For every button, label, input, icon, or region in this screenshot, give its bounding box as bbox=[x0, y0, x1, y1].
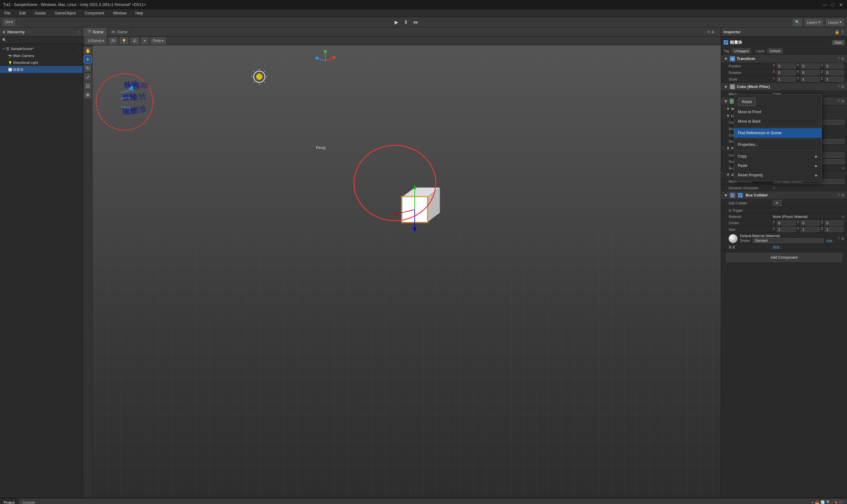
inspector-lock[interactable]: 🔒 bbox=[835, 30, 840, 34]
2d-toggle[interactable]: 2D bbox=[108, 37, 118, 45]
context-move-to-back[interactable]: Move to Back bbox=[734, 116, 822, 126]
rotate-tool-btn[interactable]: ↻ bbox=[84, 64, 92, 72]
center-x-input[interactable] bbox=[777, 220, 796, 226]
dynamic-occlusion-check[interactable]: ✓ bbox=[773, 186, 776, 190]
box-collider-active[interactable] bbox=[738, 193, 743, 197]
pause-button[interactable]: ⏸ bbox=[402, 19, 410, 25]
reset-button[interactable]: Reset bbox=[738, 98, 756, 106]
size-y-input[interactable] bbox=[801, 227, 819, 232]
hierarchy-options[interactable]: ⋮ bbox=[77, 30, 80, 34]
scene-options[interactable]: ⋮ bbox=[77, 47, 80, 51]
context-find-references[interactable]: Find References In Scene bbox=[734, 128, 822, 138]
scene-content[interactable]: ✋ ✛ ↻ ⤢ ⊡ ⊕ bbox=[83, 45, 721, 498]
mesh-filter-help[interactable]: ? bbox=[837, 85, 840, 89]
transform-tool-btn[interactable]: ⊕ bbox=[84, 91, 92, 99]
box-collider-help[interactable]: ? bbox=[837, 193, 840, 197]
pos-x-input[interactable] bbox=[777, 64, 796, 69]
menu-help[interactable]: Help bbox=[133, 11, 145, 16]
layer-dropdown[interactable]: Default bbox=[767, 49, 783, 53]
edit-collider-btn[interactable]: ✏ bbox=[773, 200, 781, 206]
hierarchy-item-samplescene[interactable]: ▼ 🎬 SampleScene* ⋮ bbox=[0, 45, 83, 52]
scene-settings-icon[interactable]: ⚙ bbox=[707, 30, 710, 34]
rot-y-input[interactable] bbox=[801, 70, 819, 75]
scene-menu-icon[interactable]: ⋮ bbox=[715, 30, 718, 34]
menu-file[interactable]: File bbox=[2, 11, 12, 16]
add-asset-btn[interactable]: + bbox=[812, 501, 814, 504]
shader-edit-btn[interactable]: Edit... bbox=[826, 239, 835, 243]
maximize-btn[interactable]: □ bbox=[830, 2, 836, 7]
hand-tool-btn[interactable]: ✋ bbox=[84, 47, 92, 55]
tab-game[interactable]: 🎮 Game bbox=[107, 28, 131, 36]
scale-tool-btn[interactable]: ⤢ bbox=[84, 73, 92, 81]
scale-y-input[interactable] bbox=[801, 77, 819, 82]
transform-help-icon[interactable]: ? bbox=[837, 57, 840, 61]
layers-dropdown[interactable]: Layers ▾ bbox=[804, 18, 824, 26]
material-circle-icon[interactable]: ◎ bbox=[842, 215, 845, 218]
scale-z-input[interactable] bbox=[825, 77, 844, 82]
center-z-input[interactable] bbox=[825, 220, 844, 226]
move-tool-btn[interactable]: ✛ bbox=[84, 55, 92, 64]
fx-toggle[interactable]: ✦ bbox=[141, 37, 149, 45]
hierarchy-item-nengliangkuai[interactable]: ⬜ 能量块 bbox=[0, 66, 83, 73]
context-properties[interactable]: Properties... bbox=[734, 140, 822, 149]
refresh-btn[interactable]: 🔄 bbox=[820, 500, 825, 504]
shader-dropdown[interactable]: Standard bbox=[753, 238, 824, 243]
inspector-menu[interactable]: ⋮ bbox=[841, 30, 845, 34]
pos-z-input[interactable] bbox=[825, 64, 844, 69]
scene-maximize-icon[interactable]: ⊠ bbox=[711, 30, 714, 34]
play-button[interactable]: ▶ bbox=[393, 19, 400, 25]
anchor-circle-icon[interactable]: ◎ bbox=[842, 166, 845, 170]
menu-edit[interactable]: Edit bbox=[17, 11, 28, 16]
menu-window[interactable]: Window bbox=[111, 11, 128, 16]
tab-console[interactable]: Console bbox=[19, 498, 39, 504]
mesh-filter-header[interactable]: ▼ ⬡ Cube (Mesh Filter) ? ⚙ bbox=[721, 83, 847, 91]
close-btn[interactable]: ✕ bbox=[838, 2, 844, 7]
add-hierarchy-btn[interactable]: + bbox=[2, 29, 5, 35]
tab-scene[interactable]: 🎬 Scene bbox=[83, 28, 107, 36]
box-collider-header[interactable]: ▼ ⬡ Box Collider ? ⚙ bbox=[721, 191, 847, 199]
add-label[interactable]: 添加... bbox=[773, 245, 782, 250]
context-reset-property[interactable]: Reset Property ▶ bbox=[734, 170, 822, 180]
import-btn[interactable]: 📥 bbox=[815, 500, 819, 504]
hierarchy-item-light[interactable]: 💡 Directional Light bbox=[0, 59, 83, 66]
pos-y-input[interactable] bbox=[801, 64, 819, 69]
perspective-dropdown[interactable]: Persp ▾ bbox=[150, 37, 167, 45]
menu-assets[interactable]: Assets bbox=[33, 11, 48, 16]
step-button[interactable]: ⏭ bbox=[412, 19, 420, 25]
mesh-renderer-settings[interactable]: ⚙ bbox=[841, 99, 845, 104]
size-x-input[interactable] bbox=[777, 227, 796, 232]
gizmos-dropdown[interactable]: ⊡ Gizmos ▾ bbox=[85, 37, 107, 45]
mesh-renderer-help[interactable]: ? bbox=[837, 99, 840, 104]
scale-x-input[interactable] bbox=[777, 77, 796, 82]
object-active-toggle[interactable] bbox=[724, 40, 728, 44]
audio-toggle[interactable]: 🔊 bbox=[130, 37, 139, 45]
context-copy[interactable]: Copy ▶ bbox=[734, 151, 822, 161]
lighting-toggle[interactable]: 💡 bbox=[119, 37, 129, 45]
menu-component[interactable]: Component bbox=[83, 11, 106, 16]
layout-dropdown[interactable]: Layout ▾ bbox=[825, 18, 845, 26]
add-component-button[interactable]: Add Component bbox=[726, 253, 842, 262]
rot-z-input[interactable] bbox=[825, 70, 844, 75]
context-paste[interactable]: Paste ▶ bbox=[734, 161, 822, 170]
material-settings[interactable]: ⚙ bbox=[841, 236, 845, 241]
hierarchy-search-icon[interactable]: 🔍 bbox=[1, 37, 7, 43]
search-button[interactable]: 🔍 bbox=[792, 18, 802, 26]
minimize-btn[interactable]: — bbox=[822, 2, 828, 7]
hierarchy-item-camera[interactable]: 📷 Main Camera bbox=[0, 52, 83, 59]
context-move-to-front[interactable]: Move to Front bbox=[734, 107, 822, 116]
box-collider-settings[interactable]: ⚙ bbox=[841, 193, 845, 197]
tag-dropdown[interactable]: Untagged bbox=[732, 49, 751, 53]
transform-settings-icon[interactable]: ⚙ bbox=[841, 57, 845, 61]
rot-x-input[interactable] bbox=[777, 70, 796, 75]
menu-gameobject[interactable]: GameObject bbox=[53, 11, 78, 16]
center-y-input[interactable] bbox=[801, 220, 819, 226]
transform-component-header[interactable]: ▼ ⊕ Transform ? ⚙ bbox=[721, 55, 847, 63]
search-btn-proj[interactable]: 🔍 bbox=[826, 500, 831, 504]
xh-badge[interactable]: XH ▾ bbox=[2, 18, 16, 26]
mesh-filter-settings[interactable]: ⚙ bbox=[841, 85, 845, 89]
material-help[interactable]: ? bbox=[837, 236, 840, 241]
static-badge[interactable]: Static bbox=[832, 40, 845, 45]
tab-project[interactable]: Project bbox=[0, 498, 19, 504]
rect-tool-btn[interactable]: ⊡ bbox=[84, 82, 92, 90]
size-z-input[interactable] bbox=[825, 227, 844, 232]
